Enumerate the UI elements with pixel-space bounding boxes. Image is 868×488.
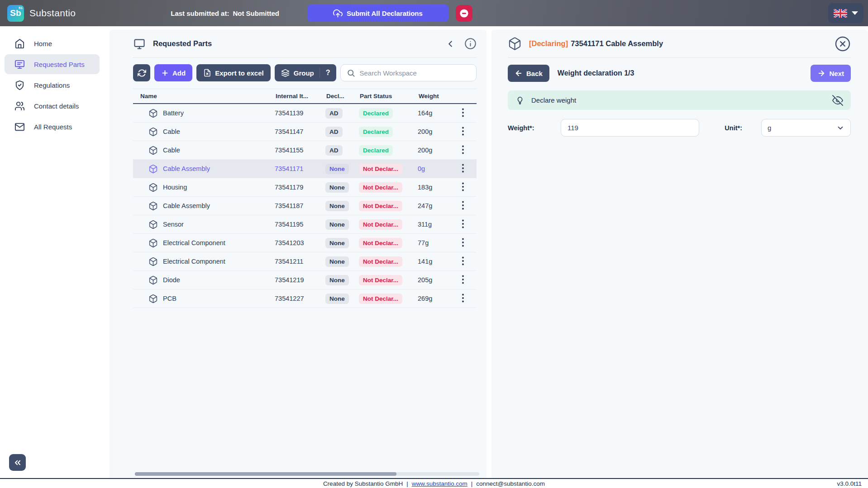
footer-separator: | — [406, 480, 408, 487]
stop-button[interactable] — [456, 5, 472, 22]
chevrons-left-icon — [13, 458, 22, 467]
row-menu-button[interactable] — [457, 199, 469, 212]
footer-email: connect@substantio.com — [476, 480, 545, 487]
logo-badge: Sb 51 — [7, 5, 24, 22]
search-input[interactable] — [360, 69, 471, 77]
language-selector[interactable] — [828, 3, 863, 23]
row-menu-button[interactable] — [457, 255, 469, 267]
table-row[interactable]: Cable Assembly 73541171 None Not Declar.… — [133, 160, 477, 178]
cloud-upload-icon — [333, 9, 343, 18]
declaration-badge: None — [325, 164, 349, 174]
sidebar-item-label: Regulations — [34, 81, 70, 89]
sidebar-item-contact-details[interactable]: Contact details — [5, 96, 100, 116]
table-row[interactable]: Electrical Component 73541211 None Not D… — [133, 252, 477, 271]
sidebar-item-label: All Requests — [34, 123, 72, 131]
part-weight: 200g — [418, 147, 457, 154]
sidebar-item-label: Contact details — [34, 102, 79, 110]
part-weight: 205g — [418, 276, 457, 284]
sidebar-item-home[interactable]: Home — [5, 33, 100, 53]
table-row[interactable]: Battery 73541139 AD Declared 164g — [133, 104, 477, 123]
hide-hint-button[interactable] — [832, 95, 843, 106]
eye-off-icon — [832, 95, 843, 106]
row-menu-button[interactable] — [457, 180, 469, 193]
back-button[interactable]: Back — [508, 65, 549, 82]
part-name: PCB — [163, 295, 176, 302]
group-help-button[interactable]: ? — [320, 64, 336, 81]
sidebar-item-label: Requested Parts — [34, 61, 85, 68]
declaration-badge: None — [325, 256, 349, 267]
table-row[interactable]: Cable Assembly 73541187 None Not Declar.… — [133, 197, 477, 215]
table-row[interactable]: PCB 73541227 None Not Declar... 269g — [133, 289, 477, 308]
part-weight: 269g — [418, 295, 457, 302]
row-menu-button[interactable] — [457, 106, 469, 119]
footer-separator: | — [471, 480, 473, 487]
part-status-badge: Not Declar... — [359, 275, 402, 285]
part-cube-icon — [148, 109, 158, 118]
declaring-status: [Declaring] — [529, 39, 568, 48]
declaration-badge: None — [325, 238, 349, 248]
horizontal-scrollbar[interactable] — [135, 472, 479, 476]
sidebar-item-requested-parts[interactable]: Requested Parts — [5, 54, 100, 74]
part-status-badge: Declared — [359, 108, 393, 118]
part-weight: 200g — [418, 128, 457, 135]
column-header-name: Name — [133, 93, 275, 99]
refresh-icon — [138, 69, 146, 77]
export-to-excel-button[interactable]: Export to excel — [196, 64, 271, 81]
group-label: Group — [294, 69, 314, 77]
parts-toolbar: Add Export to excel Group ? — [133, 64, 477, 81]
submit-all-declarations-button[interactable]: Submit All Declarations — [307, 5, 448, 22]
group-button[interactable]: Group — [275, 64, 320, 81]
declaration-badge: None — [325, 294, 349, 304]
sidebar-collapse-button[interactable] — [9, 454, 26, 471]
scrollbar-thumb[interactable] — [135, 472, 396, 476]
footer: Created by Substantio GmbH | www.substan… — [0, 478, 868, 488]
declaration-badge: None — [325, 201, 349, 211]
part-status-badge: Not Declar... — [359, 238, 402, 248]
mail-icon — [14, 122, 25, 132]
table-row[interactable]: Cable 73541147 AD Declared 200g — [133, 123, 477, 141]
internal-item-number: 73541211 — [275, 258, 325, 265]
weight-label: Weight*: — [508, 124, 561, 132]
info-icon[interactable] — [464, 38, 477, 50]
search-icon — [347, 69, 355, 77]
collapse-panel-button[interactable] — [445, 39, 455, 49]
row-menu-button[interactable] — [457, 292, 469, 304]
column-header-internal-item: Internal It... — [275, 93, 325, 99]
part-status-badge: Not Declar... — [359, 182, 402, 193]
table-row[interactable]: Housing 73541179 None Not Declar... 183g — [133, 178, 477, 197]
internal-item-number: 73541203 — [275, 239, 325, 246]
submit-all-label: Submit All Declarations — [347, 9, 423, 17]
footer-website-link[interactable]: www.substantio.com — [412, 480, 467, 487]
wizard-nav: Back Weight declaration 1/3 Next — [508, 65, 851, 82]
sidebar-item-regulations[interactable]: Regulations — [5, 75, 100, 95]
shield-check-icon — [14, 80, 25, 90]
row-menu-button[interactable] — [457, 236, 469, 249]
weight-input[interactable] — [561, 119, 699, 137]
declaration-badge: AD — [325, 108, 343, 118]
last-submitted-status: Last submitted at: Not Submitted — [171, 9, 279, 17]
sidebar-item-all-requests[interactable]: All Requests — [5, 117, 100, 137]
declaration-part-name: 73541171 Cable Assembly — [571, 39, 663, 48]
row-menu-button[interactable] — [457, 125, 469, 137]
table-row[interactable]: Cable 73541155 AD Declared 200g — [133, 141, 477, 160]
row-menu-button[interactable] — [457, 273, 469, 286]
row-menu-button[interactable] — [457, 143, 469, 156]
unit-select[interactable]: g — [761, 119, 851, 137]
table-row[interactable]: Diode 73541219 None Not Declar... 205g — [133, 271, 477, 289]
next-button[interactable]: Next — [811, 65, 851, 82]
row-menu-button[interactable] — [457, 218, 469, 230]
part-cube-icon — [148, 294, 158, 303]
row-menu-button[interactable] — [457, 162, 469, 175]
part-cube-icon — [148, 275, 158, 285]
refresh-button[interactable] — [133, 64, 150, 81]
table-row[interactable]: Electrical Component 73541203 None Not D… — [133, 234, 477, 252]
arrow-right-icon — [817, 69, 825, 77]
part-cube-icon — [148, 164, 158, 174]
minus-circle-icon — [459, 8, 469, 19]
part-cube-icon — [148, 146, 158, 155]
part-status-badge: Not Declar... — [359, 164, 402, 174]
internal-item-number: 73541179 — [275, 184, 325, 191]
add-button[interactable]: Add — [154, 64, 192, 81]
close-panel-button[interactable] — [835, 36, 851, 52]
table-row[interactable]: Sensor 73541195 None Not Declar... 311g — [133, 215, 477, 234]
